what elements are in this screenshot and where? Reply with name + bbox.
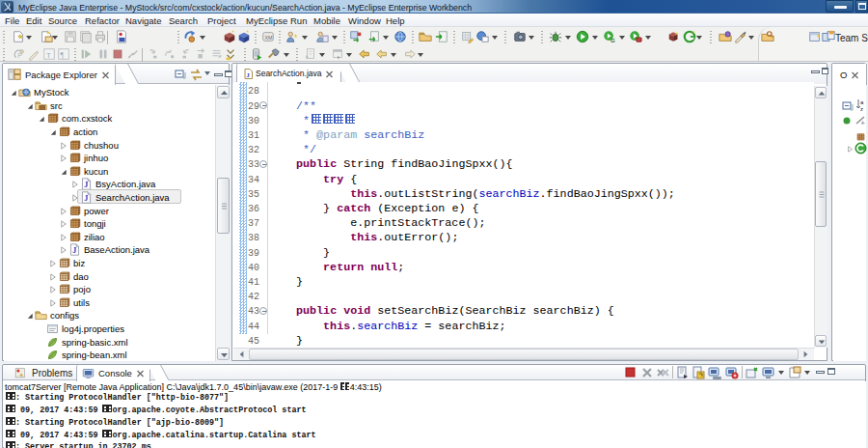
svg-text:¶: ¶ — [61, 51, 65, 60]
svg-text:P: P — [17, 52, 22, 59]
svg-text:J: J — [246, 70, 250, 78]
svg-text:z: z — [860, 106, 863, 112]
svg-text:XM: XM — [265, 35, 273, 41]
svg-text:G: G — [610, 37, 615, 43]
svg-text:J: J — [84, 181, 88, 189]
svg-text:J: J — [72, 246, 76, 255]
svg-text:a: a — [860, 99, 864, 105]
svg-text:T: T — [46, 51, 51, 60]
svg-text:J: J — [84, 194, 88, 203]
